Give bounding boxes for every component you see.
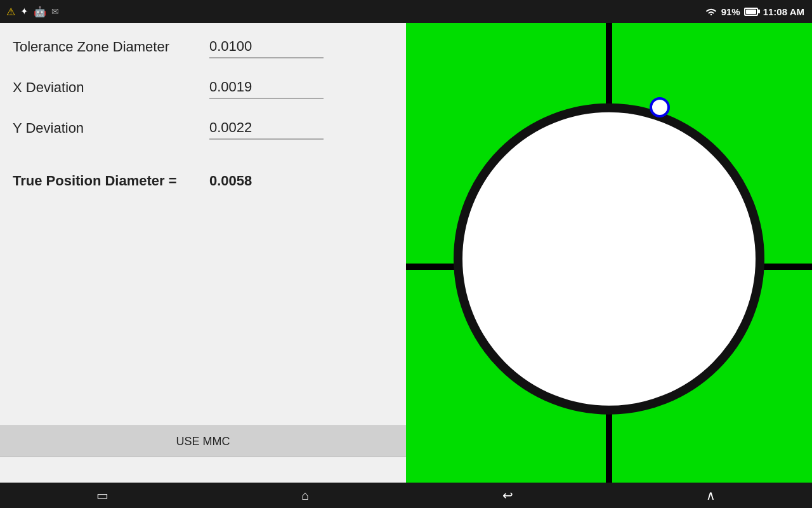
battery-icon: [744, 8, 758, 16]
x-deviation-value: 0.0019: [209, 76, 324, 99]
warning-icon: ⚠: [6, 6, 15, 18]
true-position-diameter-value: 0.0058: [209, 170, 324, 192]
tolerance-circle: [454, 104, 764, 415]
x-deviation-row: X Deviation 0.0019: [13, 76, 393, 99]
status-bar: ⚠ ✦ 🤖 ✉ 91% 11:08 AM: [0, 0, 812, 23]
mmc-area: USE MMC: [0, 425, 406, 457]
status-left-icons: ⚠ ✦ 🤖 ✉: [6, 6, 59, 18]
back-icon[interactable]: ↩: [490, 484, 526, 507]
y-deviation-row: Y Deviation 0.0022: [13, 117, 393, 140]
email-icon: ✉: [51, 6, 59, 17]
android-icon: 🤖: [34, 6, 46, 18]
status-right-icons: 91% 11:08 AM: [705, 6, 804, 17]
nav-bar: ▭ ⌂ ↩ ∧: [0, 483, 812, 508]
tolerance-zone-diameter-label: Tolerance Zone Diameter: [13, 39, 209, 55]
main-content: Tolerance Zone Diameter 0.0100 X Deviati…: [0, 23, 812, 483]
menu-up-icon[interactable]: ∧: [693, 484, 728, 507]
tolerance-zone-diameter-value: 0.0100: [209, 36, 324, 58]
y-deviation-value: 0.0022: [209, 117, 324, 140]
time-display: 11:08 AM: [763, 6, 804, 17]
true-position-diameter-row: True Position Diameter = 0.0058: [13, 170, 393, 192]
y-deviation-label: Y Deviation: [13, 120, 209, 137]
home-icon[interactable]: ⌂: [289, 485, 322, 507]
brightness-icon: ✦: [20, 6, 29, 17]
true-position-diameter-label: True Position Diameter =: [13, 173, 209, 189]
left-panel: Tolerance Zone Diameter 0.0100 X Deviati…: [0, 23, 406, 483]
wifi-icon: [705, 7, 717, 16]
tolerance-zone-diameter-row: Tolerance Zone Diameter 0.0100: [13, 36, 393, 58]
x-deviation-label: X Deviation: [13, 79, 209, 96]
measured-position-dot: [650, 97, 670, 117]
recent-apps-icon[interactable]: ▭: [84, 484, 121, 507]
use-mmc-button[interactable]: USE MMC: [151, 430, 256, 453]
right-panel: [406, 23, 812, 483]
battery-percent: 91%: [721, 6, 740, 17]
